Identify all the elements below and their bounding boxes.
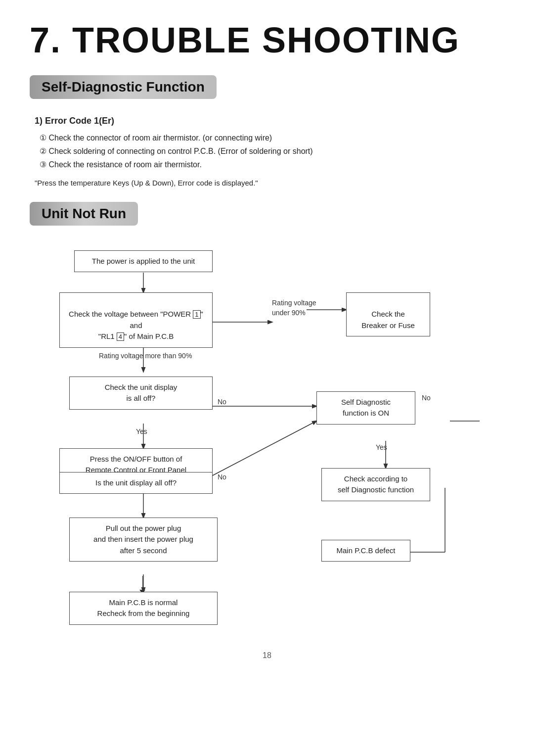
error-list: ① Check the connector of room air thermi… xyxy=(40,131,504,172)
svg-line-8 xyxy=(213,421,316,475)
self-diagnostic-header: Self-Diagnostic Function xyxy=(30,75,217,99)
box-power-applied: The power is applied to the unit xyxy=(74,250,213,273)
self-diagnostic-section: Self-Diagnostic Function 1) Error Code 1… xyxy=(30,75,504,187)
box-is-display-off: Is the unit display all off? xyxy=(59,472,213,494)
page-title: 7. TROUBLE SHOOTING xyxy=(30,20,504,60)
no-label-3: No xyxy=(218,473,226,481)
no-label-2: No xyxy=(422,394,431,402)
no-label-1: No xyxy=(218,398,226,406)
box-check-according: Check according toself Diagnostic functi… xyxy=(321,468,430,501)
error-item-3: ③ Check the resistance of room air therm… xyxy=(40,158,504,171)
page-number: 18 xyxy=(30,651,504,660)
error-item-2: ② Check soldering of connecting on contr… xyxy=(40,144,504,158)
unit-not-run-header: Unit Not Run xyxy=(30,202,138,226)
yes-label-2: Yes xyxy=(376,443,387,451)
box-pull-plug: Pull out the power plugand then insert t… xyxy=(69,518,218,562)
box-check-breaker: Check the Breaker or Fuse xyxy=(346,292,430,337)
box-main-pcb-defect: Main P.C.B defect xyxy=(321,540,410,562)
error-code-title: 1) Error Code 1(Er) xyxy=(35,116,504,126)
box-main-pcb-normal: Main P.C.B is normalRecheck from the beg… xyxy=(69,592,218,625)
rating-voltage-label: Rating voltage xyxy=(272,299,316,307)
error-item-1: ① Check the connector of room air thermi… xyxy=(40,131,504,144)
rating-more90-label: Rating voltage more than 90% xyxy=(99,352,192,360)
yes-label-1: Yes xyxy=(136,427,147,435)
unit-not-run-section: Unit Not Run xyxy=(30,202,504,631)
box-self-diagnostic: Self Diagnosticfunction is ON xyxy=(316,391,415,425)
flowchart: The power is applied to the unit Check t… xyxy=(30,245,504,631)
box-check-display: Check the unit displayis all off? xyxy=(69,377,213,410)
press-note: "Press the temperature Keys (Up & Down),… xyxy=(35,179,504,187)
under90-label: under 90% xyxy=(272,309,306,317)
box-check-voltage: Check the voltage between "POWER 1"and"R… xyxy=(59,292,213,348)
